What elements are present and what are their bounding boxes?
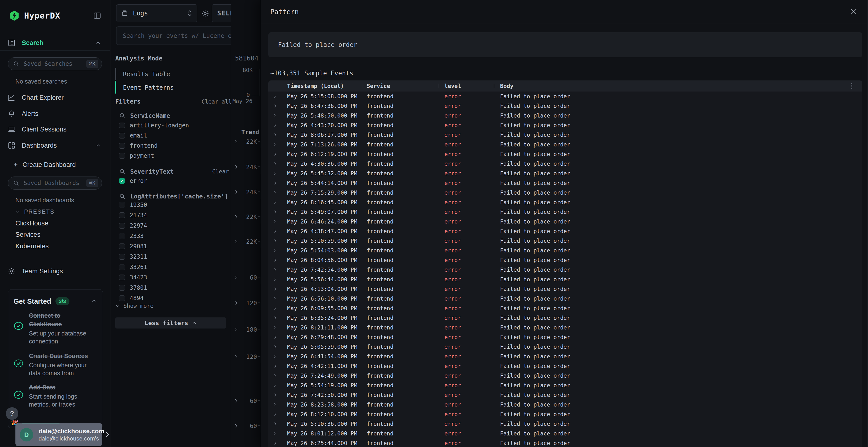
create-dashboard-button[interactable]: + Create Dashboard xyxy=(0,159,111,171)
expand-chevron-icon[interactable] xyxy=(273,277,277,281)
expand-chevron-icon[interactable] xyxy=(273,403,277,407)
table-row[interactable]: May 26 6:12:19.000 PMfrontenderrorFailed… xyxy=(268,149,862,159)
filter-option[interactable]: artillery-loadgen xyxy=(119,121,227,131)
pattern-row-preview[interactable]: 120 xyxy=(231,352,260,362)
expand-chevron-icon[interactable] xyxy=(273,364,277,368)
expand-chevron-icon[interactable] xyxy=(273,239,277,243)
table-row[interactable]: May 26 4:42:11.000 PMfrontenderrorFailed… xyxy=(268,361,862,371)
column-level[interactable]: level xyxy=(444,83,500,89)
table-row[interactable]: May 26 5:56:44.000 PMfrontenderrorFailed… xyxy=(268,275,862,284)
close-icon[interactable] xyxy=(850,8,858,16)
table-row[interactable]: May 26 5:45:32.000 PMfrontenderrorFailed… xyxy=(268,169,862,178)
filter-option[interactable]: 37801 xyxy=(119,282,227,293)
table-row[interactable]: May 26 8:23:58.000 PMfrontenderrorFailed… xyxy=(268,400,862,409)
pattern-row-preview[interactable]: 180 xyxy=(231,324,260,335)
filter-option[interactable]: payment xyxy=(119,151,227,161)
filter-option[interactable]: 33261 xyxy=(119,262,227,272)
expand-chevron-icon[interactable] xyxy=(273,306,277,310)
expand-chevron-icon[interactable] xyxy=(273,441,277,445)
search-icon[interactable] xyxy=(119,112,125,119)
filter-option[interactable]: ✓error xyxy=(119,176,227,186)
clear-severity-link[interactable]: Clear xyxy=(212,168,229,175)
checkbox[interactable] xyxy=(119,233,125,239)
pattern-row-preview[interactable]: 120 xyxy=(231,298,260,308)
table-row[interactable]: May 26 4:13:04.000 PMfrontenderrorFailed… xyxy=(268,284,862,294)
table-row[interactable]: May 26 5:48:50.000 PMfrontenderrorFailed… xyxy=(268,111,862,121)
filter-option[interactable]: 32311 xyxy=(119,251,227,262)
expand-chevron-icon[interactable] xyxy=(273,181,277,185)
table-row[interactable]: May 26 5:10:59.000 PMfrontenderrorFailed… xyxy=(268,236,862,246)
expand-chevron-icon[interactable] xyxy=(273,200,277,204)
checkbox[interactable] xyxy=(119,123,125,128)
expand-chevron-icon[interactable] xyxy=(273,287,277,291)
pattern-row-preview[interactable]: 24K xyxy=(231,162,260,172)
expand-chevron-icon[interactable] xyxy=(273,316,277,320)
table-row[interactable]: May 26 7:15:29.000 PMfrontenderrorFailed… xyxy=(268,188,862,198)
get-started-header[interactable]: Get Started 3/3 xyxy=(13,297,69,305)
saved-dashboards-input[interactable]: Saved Dashboards ⌘K xyxy=(8,176,102,190)
pattern-row-preview[interactable]: 24K xyxy=(231,187,260,197)
table-row[interactable]: May 26 4:38:47.000 PMfrontenderrorFailed… xyxy=(268,227,862,236)
sidebar-collapse-icon[interactable] xyxy=(93,11,101,20)
table-row[interactable]: May 26 5:54:19.000 PMfrontenderrorFailed… xyxy=(268,381,862,390)
source-settings-gear-icon[interactable] xyxy=(201,9,209,18)
expand-chevron-icon[interactable] xyxy=(273,345,277,349)
table-row[interactable]: May 26 5:49:07.000 PMfrontenderrorFailed… xyxy=(268,207,862,217)
expand-chevron-icon[interactable] xyxy=(273,412,277,416)
expand-chevron-icon[interactable] xyxy=(273,220,277,224)
expand-chevron-icon[interactable] xyxy=(273,374,277,378)
expand-chevron-icon[interactable] xyxy=(273,152,277,156)
source-select[interactable]: Logs xyxy=(116,4,197,22)
table-row[interactable]: May 26 6:56:10.000 PMfrontenderrorFailed… xyxy=(268,294,862,304)
expand-chevron-icon[interactable] xyxy=(273,325,277,330)
filter-option[interactable]: 22974 xyxy=(119,220,227,231)
get-started-item[interactable]: Add Data Start sending logs, metrics, or… xyxy=(13,383,96,409)
expand-chevron-icon[interactable] xyxy=(273,335,277,339)
expand-chevron-icon[interactable] xyxy=(273,133,277,137)
expand-chevron-icon[interactable] xyxy=(273,422,277,426)
checkbox[interactable] xyxy=(119,223,125,229)
table-row[interactable]: May 26 5:10:36.000 PMfrontenderrorFailed… xyxy=(268,419,862,429)
table-row[interactable]: May 26 5:44:14.000 PMfrontenderrorFailed… xyxy=(268,178,862,188)
expand-chevron-icon[interactable] xyxy=(273,210,277,214)
preset-services[interactable]: Services xyxy=(16,231,40,238)
checkbox-checked[interactable]: ✓ xyxy=(119,178,125,184)
chevron-up-icon[interactable] xyxy=(91,298,96,304)
scrollbar-track[interactable] xyxy=(867,0,868,447)
column-body[interactable]: Body xyxy=(500,83,862,89)
search-icon[interactable] xyxy=(119,168,125,175)
filter-option[interactable]: 29081 xyxy=(119,241,227,251)
checkbox[interactable] xyxy=(119,243,125,249)
table-row[interactable]: May 26 8:01:12.000 PMfrontenderrorFailed… xyxy=(268,429,862,438)
expand-chevron-icon[interactable] xyxy=(273,162,277,166)
checkbox[interactable] xyxy=(119,153,125,159)
filter-option[interactable]: email xyxy=(119,131,227,141)
expand-chevron-icon[interactable] xyxy=(273,432,277,436)
table-row[interactable]: May 26 4:30:36.000 PMfrontenderrorFailed… xyxy=(268,159,862,169)
clear-all-link[interactable]: Clear all xyxy=(202,99,232,105)
filter-option[interactable]: 34423 xyxy=(119,272,227,282)
expand-chevron-icon[interactable] xyxy=(273,191,277,195)
expand-chevron-icon[interactable] xyxy=(273,94,277,98)
checkbox[interactable] xyxy=(119,275,125,280)
table-row[interactable]: May 26 8:12:10.000 PMfrontenderrorFailed… xyxy=(268,409,862,419)
table-row[interactable]: May 26 6:25:44.000 PMfrontenderrorFailed… xyxy=(268,438,862,447)
pattern-row-preview[interactable]: 22K xyxy=(231,237,260,247)
column-resize-handle[interactable] xyxy=(439,83,439,89)
sidebar-item-team-settings[interactable]: Team Settings xyxy=(0,265,111,277)
table-row[interactable]: May 26 6:46:24.000 PMfrontenderrorFailed… xyxy=(268,217,862,227)
checkbox[interactable] xyxy=(119,264,125,270)
less-filters-button[interactable]: Less filters xyxy=(115,317,226,329)
sidebar-item-chart-explorer[interactable]: Chart Explorer xyxy=(0,91,111,104)
filter-option[interactable]: 2333 xyxy=(119,231,227,241)
table-row[interactable]: May 26 5:05:59.000 PMfrontenderrorFailed… xyxy=(268,342,862,352)
column-resize-handle[interactable] xyxy=(494,83,494,89)
table-row[interactable]: May 26 7:42:50.000 PMfrontenderrorFailed… xyxy=(268,390,862,400)
table-row[interactable]: May 26 8:16:45.000 PMfrontenderrorFailed… xyxy=(268,198,862,207)
column-timestamp[interactable]: Timestamp (Local) xyxy=(287,83,367,89)
table-row[interactable]: May 26 6:41:54.000 PMfrontenderrorFailed… xyxy=(268,352,862,361)
table-row[interactable]: May 26 8:06:17.000 PMfrontenderrorFailed… xyxy=(268,130,862,140)
table-row[interactable]: May 26 8:04:56.000 PMfrontenderrorFailed… xyxy=(268,255,862,265)
table-row[interactable]: May 26 6:09:55.000 PMfrontenderrorFailed… xyxy=(268,304,862,313)
help-button[interactable]: ? xyxy=(6,407,18,420)
